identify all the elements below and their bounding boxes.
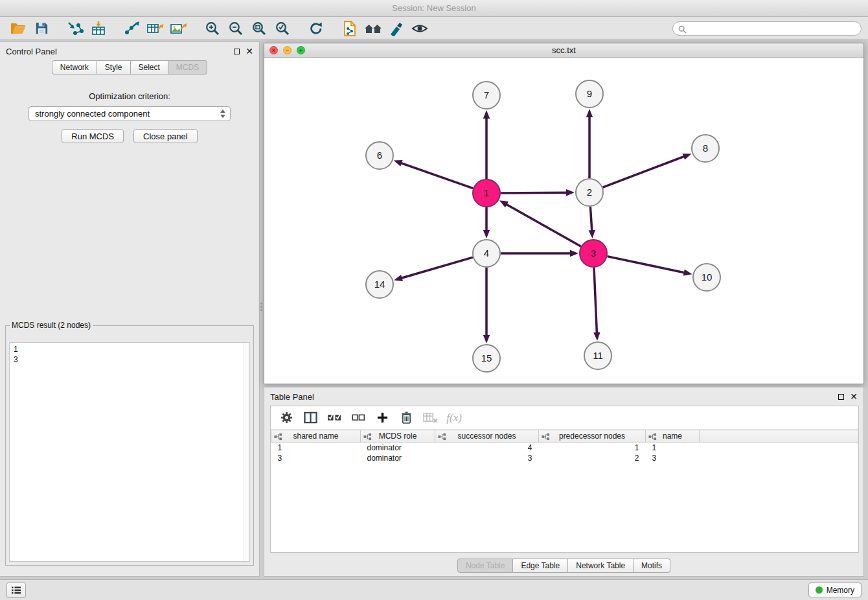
column-header[interactable]: name: [646, 430, 700, 443]
optimization-criterion-select[interactable]: strongly connected component: [29, 106, 231, 121]
graph-node[interactable]: 14: [366, 271, 393, 298]
trash-icon: [401, 411, 412, 424]
graph-node[interactable]: 10: [693, 264, 720, 291]
memory-button[interactable]: Memory: [808, 583, 862, 597]
graph-node[interactable]: 11: [584, 342, 611, 369]
column-header[interactable]: successor nodes: [435, 430, 539, 443]
table-cell[interactable]: 1: [271, 443, 361, 453]
table-cell[interactable]: dominator: [361, 443, 435, 453]
save-session-button[interactable]: [30, 19, 53, 38]
zoom-fit-button[interactable]: [247, 19, 271, 38]
graph-edge[interactable]: [501, 192, 568, 193]
graph-edge-arrowhead: [394, 160, 403, 167]
graph-edge[interactable]: [590, 207, 592, 232]
tab-style[interactable]: Style: [97, 60, 131, 75]
tab-node-table[interactable]: Node Table: [457, 559, 514, 573]
zoom-out-icon: [228, 21, 244, 36]
table-cell[interactable]: 2: [539, 453, 646, 463]
graph-edge[interactable]: [608, 257, 686, 273]
graph-node[interactable]: 2: [576, 179, 603, 206]
refresh-layout-button[interactable]: [304, 19, 328, 38]
import-table-button[interactable]: [87, 19, 110, 38]
table-cell[interactable]: 3: [271, 453, 361, 463]
network-canvas[interactable]: 7968124314101511: [264, 58, 863, 384]
add-column-button[interactable]: [373, 410, 391, 426]
column-header[interactable]: predecessor nodes: [539, 430, 646, 443]
deselect-all-rows-button[interactable]: [349, 410, 367, 426]
close-panel-icon[interactable]: ✕: [246, 47, 253, 55]
export-table-icon: [146, 21, 165, 36]
graph-edge[interactable]: [505, 203, 581, 246]
float-table-panel-icon[interactable]: [838, 394, 844, 400]
graph-node[interactable]: 6: [366, 142, 393, 169]
search-input[interactable]: [672, 21, 862, 36]
zoom-selected-icon: [275, 21, 290, 36]
zoom-out-button[interactable]: [224, 19, 247, 38]
export-network-button[interactable]: [120, 19, 144, 38]
table-cell[interactable]: 1: [539, 443, 646, 453]
tab-network[interactable]: Network: [52, 60, 97, 75]
float-panel-icon[interactable]: [234, 49, 240, 54]
select-all-rows-button[interactable]: [325, 410, 343, 426]
graph-edge-arrowhead: [683, 154, 692, 160]
export-table-button[interactable]: [144, 19, 167, 38]
delete-table-button[interactable]: [421, 410, 439, 426]
result-scrollbar[interactable]: [244, 343, 249, 561]
minimize-window-button[interactable]: −: [283, 46, 291, 54]
mcds-result-groupbox: MCDS result (2 nodes) 1 3: [5, 321, 254, 566]
tab-mcds[interactable]: MCDS: [168, 60, 207, 75]
graph-node[interactable]: 4: [473, 240, 500, 267]
graph-node[interactable]: 9: [576, 80, 603, 108]
graph-node[interactable]: 8: [692, 135, 719, 162]
window-title: Session: New Session: [392, 3, 475, 13]
zoom-selected-button[interactable]: [271, 19, 294, 38]
export-image-button[interactable]: [167, 19, 190, 38]
table-row[interactable]: 3dominator323: [271, 453, 859, 463]
zoom-in-button[interactable]: [201, 19, 224, 38]
document-share-icon: [343, 20, 357, 37]
tab-motifs[interactable]: Motifs: [634, 559, 670, 573]
graph-node-label: 3: [591, 248, 596, 259]
close-window-button[interactable]: ×: [269, 46, 278, 54]
graph-node[interactable]: 15: [473, 345, 500, 372]
table-cell[interactable]: 3: [435, 453, 539, 463]
apply-style-button[interactable]: [385, 19, 408, 38]
tab-edge-table[interactable]: Edge Table: [513, 559, 568, 573]
close-table-panel-icon[interactable]: ✕: [850, 393, 858, 400]
close-panel-button[interactable]: Close panel: [133, 129, 198, 143]
graph-edge[interactable]: [603, 156, 686, 188]
graph-edge[interactable]: [400, 163, 473, 189]
home-button[interactable]: [361, 19, 385, 38]
graph-node[interactable]: 3: [580, 240, 607, 267]
graph-node[interactable]: 7: [473, 82, 500, 109]
column-header[interactable]: MCDS role: [361, 430, 435, 443]
open-session-button[interactable]: [6, 19, 30, 38]
delete-column-button[interactable]: [397, 410, 415, 426]
network-from-selection-button[interactable]: [338, 19, 361, 38]
run-mcds-button[interactable]: Run MCDS: [62, 129, 124, 143]
search-icon: [678, 25, 687, 36]
graph-edge[interactable]: [594, 268, 597, 334]
function-builder-button[interactable]: f(x): [445, 410, 463, 426]
main-toolbar: [0, 17, 868, 40]
graph-node-label: 11: [593, 350, 603, 361]
export-image-icon: [170, 21, 188, 36]
tab-network-table[interactable]: Network Table: [568, 559, 634, 573]
show-graphics-button[interactable]: [408, 19, 431, 38]
table-cell[interactable]: dominator: [361, 453, 435, 463]
table-settings-button[interactable]: [277, 410, 295, 426]
show-columns-button[interactable]: [301, 410, 319, 426]
graph-edge[interactable]: [400, 257, 473, 279]
table-cell[interactable]: 3: [646, 453, 700, 463]
panel-splitter-handle[interactable]: [259, 298, 264, 315]
table-row[interactable]: 1dominator411: [271, 443, 859, 453]
tab-select[interactable]: Select: [131, 60, 168, 75]
maximize-window-button[interactable]: +: [297, 46, 305, 54]
task-history-button[interactable]: [6, 583, 26, 598]
table-panel-header: Table Panel ✕: [264, 387, 863, 406]
table-cell[interactable]: 4: [435, 443, 539, 453]
import-network-button[interactable]: [63, 19, 87, 38]
graph-node[interactable]: 1: [473, 179, 500, 207]
table-cell[interactable]: 1: [646, 443, 700, 453]
column-header[interactable]: shared name: [271, 430, 361, 443]
